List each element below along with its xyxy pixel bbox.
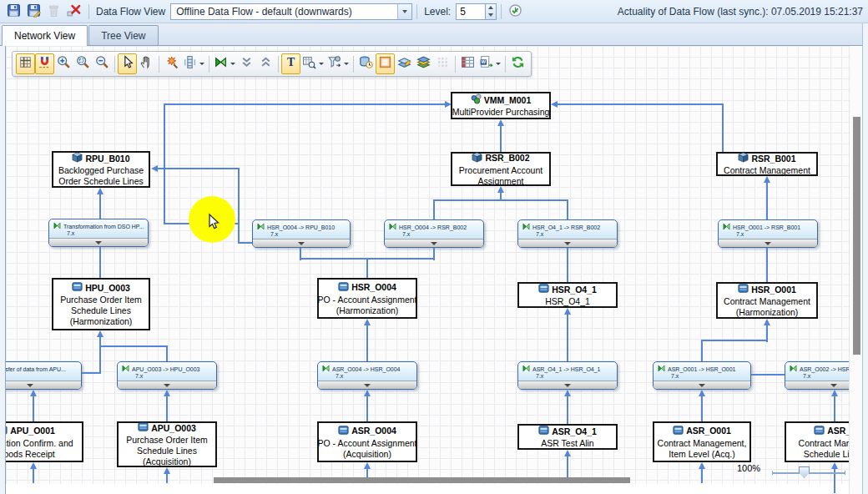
dso-icon — [72, 281, 83, 295]
combo-dropdown-button[interactable] — [397, 4, 411, 19]
expand-all-down-button[interactable] — [237, 53, 256, 74]
dataflow-table-button[interactable] — [458, 53, 477, 74]
transformation-node-1[interactable]: HSR_O004 -> RPU_B0107.x — [252, 219, 351, 248]
transformation-expander[interactable] — [318, 381, 416, 389]
zoom-selection-button[interactable] — [73, 53, 93, 74]
save-icon — [7, 3, 21, 20]
transformation-node-7[interactable]: ASR_O004 -> HSR_O0047.x — [317, 361, 417, 390]
cube-icon — [738, 152, 749, 165]
node-VMM_M001[interactable]: VMM_M001MultiProvider Purchasing — [451, 92, 551, 119]
tab-network-view[interactable]: Network View — [2, 25, 88, 46]
auto-layout-button[interactable] — [162, 53, 181, 74]
transformation-node-3[interactable]: HSR_O4_1 -> RSR_B0027.x — [517, 219, 618, 248]
collapse-all-up-button[interactable] — [256, 53, 275, 74]
node-ASR_O002[interactable]: ASR_O002Contract Management,Schedule Lin… — [785, 421, 849, 462]
tab-tree-view[interactable]: Tree View — [88, 25, 158, 45]
level-stepper[interactable] — [486, 3, 497, 20]
node-HSR_O004[interactable]: HSR_O004PO - Account Assignment(Harmoniz… — [317, 278, 417, 319]
transformation-label: ASR_O4_1 -> HSR_O4_1 — [532, 366, 601, 372]
node-id: RSR_B001 — [751, 154, 795, 164]
node-ASR_O001[interactable]: ASR_O001Contract Management,Item Level (… — [653, 421, 751, 462]
transformation-expander[interactable] — [719, 239, 817, 247]
node-APU_O003[interactable]: APU_O003Purchase Order ItemSchedule Line… — [117, 421, 217, 467]
transformation-expander[interactable] — [118, 381, 216, 389]
zoom-slider-thumb[interactable] — [799, 466, 810, 478]
transformation-expander[interactable] — [785, 381, 849, 389]
show-transformations-button[interactable] — [212, 53, 237, 74]
node-APU_O001[interactable]: APU_O001Production Confirm. andGoods Rec… — [6, 421, 83, 462]
transformation-expander[interactable] — [518, 239, 617, 247]
zoom-in-button[interactable] — [54, 53, 73, 74]
data-flow-combo[interactable]: Offline Data Flow - default (downwards) — [170, 3, 412, 20]
pan-hand-button[interactable] — [137, 53, 156, 74]
level-input[interactable]: 5 — [456, 3, 486, 20]
transformation-node-8[interactable]: ASR_O4_1 -> HSR_O4_17.x — [517, 361, 618, 390]
snap-magnet-button[interactable] — [35, 53, 54, 74]
transformation-node-0[interactable]: Transformation from DSO HP...7.x — [48, 219, 149, 247]
transformation-node-9[interactable]: ASR_O001 -> HSR_O0017.x — [653, 361, 751, 390]
sync-metadata-button[interactable] — [356, 53, 376, 74]
transformation-expander[interactable] — [49, 238, 148, 246]
transformation-label: ASR_O001 -> HSR_O001 — [668, 366, 736, 372]
transformation-expander[interactable] — [654, 381, 750, 389]
node-RSR_B001[interactable]: RSR_B001Contract Management — [716, 152, 818, 176]
actuality-clock-button[interactable] — [506, 2, 525, 21]
node-description-line: Purchase Order Item — [126, 435, 207, 446]
transformation-expander[interactable] — [385, 239, 483, 247]
transformation-node-2[interactable]: HSR_O004 -> RSR_B0027.x — [384, 219, 484, 248]
node-HSR_O001[interactable]: HSR_O001Contract Management(Harmonizatio… — [716, 282, 818, 319]
select-cursor-button[interactable] — [118, 53, 137, 74]
node-description-line: Procurement Account — [459, 165, 542, 176]
dso-icon — [673, 425, 684, 438]
refresh-button[interactable] — [508, 53, 527, 74]
node-description-line: Item Level (Acq.) — [669, 449, 734, 460]
toggle-grid-button[interactable] — [16, 53, 35, 74]
layer-stack-button[interactable] — [414, 53, 433, 74]
flow-edge — [99, 345, 168, 347]
network-canvas[interactable]: 100% VMM_M001MultiProvider PurchasingRPU… — [6, 46, 849, 494]
flow-arrowhead — [699, 390, 705, 396]
transformation-node-10[interactable]: ASR_O002 -> HSR_O0027.x — [785, 361, 849, 390]
edit-layers-button[interactable] — [395, 53, 414, 74]
transformation-expander[interactable] — [6, 381, 81, 389]
vertical-scrollbar-track[interactable] — [849, 46, 862, 494]
level-down-button[interactable] — [486, 12, 496, 19]
node-description-line: Contract Management — [724, 165, 810, 176]
sync-metadata-icon — [359, 55, 373, 73]
chevron-down-icon — [699, 384, 705, 387]
zoom-out-button[interactable] — [93, 53, 112, 74]
transformation-node-6[interactable]: APU_O003 -> HPU_O0037.x — [117, 361, 217, 390]
remove-data-flow-button[interactable] — [64, 2, 83, 21]
node-RPU_B010[interactable]: RPU_B010Backlogged PurchaseOrder Schedul… — [52, 151, 150, 188]
flow-edge — [766, 178, 768, 220]
chevron-down-icon — [164, 384, 170, 387]
node-ASR_O004[interactable]: ASR_O004PO - Account Assignment(Acquisit… — [317, 421, 417, 462]
transformation-expander[interactable] — [518, 381, 617, 389]
zoom-level-label: 100% — [737, 463, 760, 473]
toggle-frame-button[interactable] — [376, 53, 395, 74]
dso-icon — [738, 283, 749, 296]
filter-objects-button[interactable] — [326, 53, 351, 74]
horizontal-scrollbar-thumb[interactable] — [214, 477, 630, 483]
dso-icon — [338, 425, 349, 438]
node-HPU_O003[interactable]: HPU_O003Purchase Order ItemSchedule Line… — [52, 278, 150, 330]
level-up-button[interactable] — [486, 4, 496, 12]
node-ASR_O4_1[interactable]: ASR_O4_1ASR Test Alin — [517, 424, 618, 450]
transformation-node-4[interactable]: HSR_O001 -> RSR_B0017.x — [718, 219, 818, 248]
transformation-node-5[interactable]: Transfer of data from APU... — [6, 361, 82, 390]
save-button[interactable] — [4, 2, 23, 21]
column-view-button[interactable] — [181, 53, 206, 74]
transformation-expander[interactable] — [253, 239, 350, 247]
show-text-button[interactable]: T — [281, 53, 300, 74]
export-word-button[interactable]: W — [477, 53, 502, 74]
dataflow-table-icon — [461, 55, 475, 73]
flow-arrowhead — [764, 319, 770, 325]
data-flow-combo-value: Offline Data Flow - default (downwards) — [171, 6, 397, 18]
node-HSR_O4_1[interactable]: HSR_O4_1HSR_O4_1 — [517, 282, 618, 308]
save-all-button[interactable] — [24, 2, 43, 21]
toolbar-separator — [455, 56, 456, 73]
search-objects-button[interactable] — [300, 53, 326, 74]
node-RSR_B002[interactable]: RSR_B002Procurement AccountAssignment — [451, 152, 551, 186]
vertical-scrollbar-thumb[interactable] — [853, 117, 860, 355]
toolbar-separator — [209, 56, 209, 73]
